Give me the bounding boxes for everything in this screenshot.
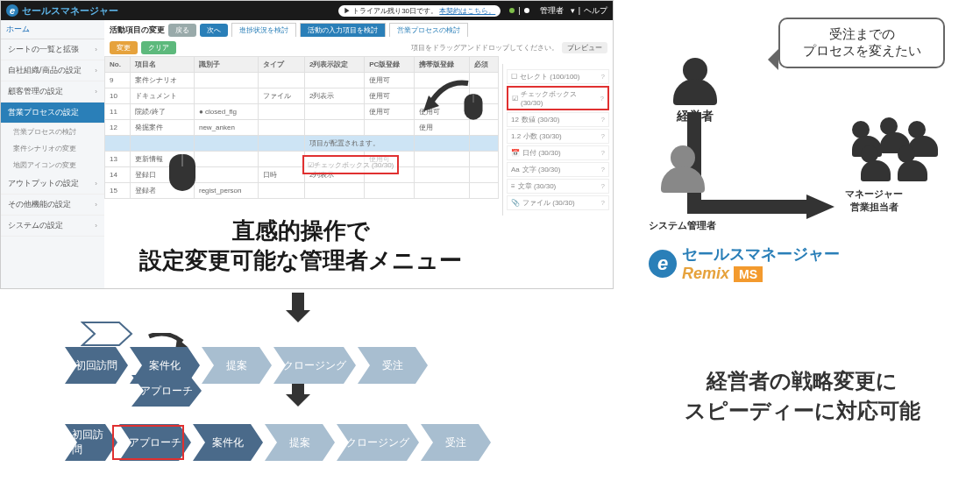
dot-icon <box>524 8 529 13</box>
down-arrow-icon <box>286 310 310 335</box>
help-icon[interactable]: ? <box>601 73 605 81</box>
next-button[interactable]: 次へ <box>200 24 228 37</box>
sysadmin-label: システム管理者 <box>649 219 716 232</box>
sidebar-item-system[interactable]: システムの設定› <box>1 216 104 237</box>
start-shape-icon <box>81 321 133 347</box>
caption-overlay: 直感的操作で 設定変更可能な管理者メニュー <box>132 213 469 279</box>
drag-hint: 項目をドラッグアンドドロップしてください。 <box>411 43 558 53</box>
col-no: No. <box>105 57 131 73</box>
speech-bubble: 受注までの プロセスを変えたい <box>778 18 945 68</box>
page-title: 活動項目の変更 <box>110 25 165 36</box>
sidebar-item-sheets[interactable]: シートの一覧と拡張› <box>1 39 104 60</box>
highlight-ring <box>112 425 184 460</box>
process-flow-before: 初回訪問 案件化 提案 クロージング 受注 <box>65 347 428 384</box>
preview-button[interactable]: プレビュー <box>562 42 607 53</box>
vbar-icon: | <box>518 6 520 15</box>
sidebar-item-output[interactable]: アウトプットの設定› <box>1 173 104 195</box>
change-button[interactable]: 変更 <box>110 41 138 54</box>
admin-app-screenshot: e セールスマネージャー ▶ トライアル残り30日です。 本契約はこちら。 | … <box>0 0 614 289</box>
col-mb: 携帯版登録 <box>414 57 469 73</box>
sysadmin-avatar <box>661 145 705 193</box>
status-indicator-icon <box>509 8 515 13</box>
dragging-checkbox-token[interactable]: ☑ チェックボックス (30/30) <box>302 155 399 174</box>
svg-marker-2 <box>82 322 131 345</box>
sidebar-item-customer[interactable]: 顧客管理の設定› <box>1 81 104 103</box>
sidebar-sub-process-review[interactable]: 営業プロセスの検討 <box>1 124 104 140</box>
help-icon[interactable]: ? <box>601 116 605 124</box>
sidebar-sub-mapicons[interactable]: 地図アイコンの変更 <box>1 157 104 173</box>
col-pc: PC版登録 <box>365 57 415 73</box>
sidebar-item-process[interactable]: 営業プロセスの設定 <box>1 103 104 124</box>
mouse-icon <box>169 154 195 191</box>
trial-link[interactable]: 本契約はこちら。 <box>439 7 495 15</box>
col-ident: 識別子 <box>194 57 258 73</box>
drag-arrow-icon <box>420 76 472 120</box>
clear-button[interactable]: クリア <box>141 41 176 54</box>
sidebar-nav: ホーム シートの一覧と拡張› 自社組織/商品の設定› 顧客管理の設定› 営業プロ… <box>1 20 104 288</box>
help-icon[interactable]: ? <box>600 95 604 103</box>
back-button[interactable]: 戻る <box>168 24 196 37</box>
tab-sales-process[interactable]: 営業プロセスの検討 <box>389 23 468 37</box>
trial-notice: ▶ トライアル残り30日です。 本契約はこちら。 <box>338 5 501 17</box>
down-arrow-icon <box>286 394 310 419</box>
palette-textarea[interactable]: ≡文章 (30/30)? <box>507 179 609 194</box>
palette-number[interactable]: 12数値 (30/30)? <box>507 112 609 127</box>
palette-select[interactable]: ☐セレクト (100/100)? <box>507 69 609 84</box>
palette-checkbox[interactable]: ☑チェックボックス (30/30)? <box>507 86 609 110</box>
help-icon[interactable]: ? <box>601 182 605 190</box>
field-type-palette: ☐セレクト (100/100)? ☑チェックボックス (30/30)? 12数値… <box>502 64 613 216</box>
app-header: e セールスマネージャー ▶ トライアル残り30日です。 本契約はこちら。 | … <box>1 1 613 20</box>
sidebar-sub-scenario[interactable]: 案件シナリオの変更 <box>1 140 104 157</box>
sidebar-item-org[interactable]: 自社組織/商品の設定› <box>1 60 104 81</box>
tab-progress[interactable]: 進捗状況を検討 <box>231 23 296 37</box>
col-name: 項目名 <box>131 57 195 73</box>
help-icon[interactable]: ? <box>601 132 605 140</box>
palette-file[interactable]: 📎ファイル (30/30)? <box>507 195 609 210</box>
manager-label: マネージャー 営業担当者 <box>845 187 903 214</box>
tab-input-items[interactable]: 活動の入力項目を検討 <box>300 23 386 37</box>
table-row[interactable]: 13更新情報使用可 <box>105 152 499 167</box>
col-type: タイプ <box>259 57 305 73</box>
palette-text[interactable]: Aa文字 (30/30)? <box>507 162 609 177</box>
table-row[interactable]: 14登録日日時2列表示 <box>105 167 499 183</box>
col-req: 必須 <box>469 57 498 73</box>
table-row-drop-target[interactable]: 項目が配置されます。 <box>105 136 499 152</box>
esales-brand-logo: e セールスマネージャー Remix MS <box>649 244 840 283</box>
new-step-approach: アプローチ <box>131 375 202 407</box>
help-icon[interactable]: ? <box>601 149 605 157</box>
help-link[interactable]: ヘルプ <box>584 5 607 17</box>
col-two: 2列表示設定 <box>305 57 365 73</box>
table-row[interactable]: 15登録者regist_person <box>105 183 499 199</box>
team-group-icon <box>842 117 947 184</box>
svg-marker-1 <box>806 195 834 219</box>
help-icon[interactable]: ? <box>601 166 605 173</box>
sidebar-item-other[interactable]: その他機能の設定› <box>1 195 104 216</box>
table-row[interactable]: 12発掘案件new_anken使用 <box>105 120 499 136</box>
palette-decimal[interactable]: 1.2小数 (30/30)? <box>507 129 609 144</box>
main-message: 経営者の戦略変更に スピーディーに対応可能 <box>640 366 964 425</box>
palette-date[interactable]: 📅日付 (30/30)? <box>507 145 609 160</box>
product-logo: e セールスマネージャー <box>6 4 118 18</box>
home-link[interactable]: ホーム <box>1 20 104 39</box>
current-user[interactable]: 管理者 <box>540 5 564 17</box>
help-icon[interactable]: ? <box>601 199 605 207</box>
